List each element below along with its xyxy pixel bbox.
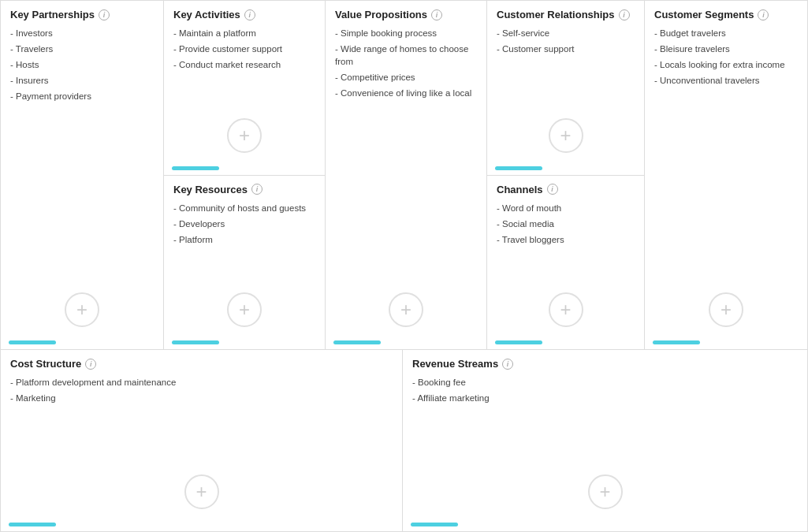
revenue-streams-label: Revenue Streams [412, 358, 498, 370]
key-resources-title: Key Resources i [173, 184, 315, 195]
key-partnerships-info-icon[interactable]: i [99, 9, 110, 20]
list-item: Conduct market research [173, 58, 315, 71]
list-item: Insurers [10, 74, 154, 87]
top-section: Key Partnerships i Investors Travelers H… [1, 1, 807, 350]
list-item: Platform [173, 233, 315, 246]
list-item: Hosts [10, 58, 154, 71]
cost-structure-info-icon[interactable]: i [85, 359, 96, 370]
value-propositions-list: Simple booking process Wide range of hom… [335, 27, 477, 102]
key-partnerships-list: Investors Travelers Hosts Insurers Payme… [10, 27, 154, 106]
bottom-section: Cost Structure i Platform development an… [1, 350, 807, 531]
key-activities-title: Key Activities i [173, 9, 315, 20]
customer-relationships-cell: Customer Relationships i Self-service Cu… [487, 1, 644, 176]
cr-channels-column: Customer Relationships i Self-service Cu… [487, 1, 645, 349]
key-activities-info-icon[interactable]: i [244, 9, 255, 20]
list-item: Social media [497, 218, 635, 230]
list-item: Locals looking for extra income [654, 58, 798, 71]
customer-relationships-label: Customer Relationships [497, 9, 615, 20]
revenue-streams-add-button[interactable]: + [588, 474, 623, 509]
list-item: Provide customer support [173, 43, 315, 55]
customer-segments-bar [653, 340, 700, 344]
value-propositions-add-button[interactable]: + [389, 292, 423, 327]
customer-relationships-list: Self-service Customer support [497, 27, 635, 55]
key-resources-list: Community of hosts and guests Developers… [173, 202, 315, 246]
revenue-streams-bar [411, 523, 458, 526]
list-item: Wide range of homes to choose from [335, 43, 477, 68]
revenue-streams-title: Revenue Streams i [412, 358, 798, 370]
list-item: Self-service [497, 27, 635, 39]
customer-relationships-bar [495, 166, 542, 170]
value-propositions-bar [333, 340, 381, 344]
key-activities-bar [172, 166, 219, 170]
key-partnerships-title: Key Partnerships i [10, 9, 154, 20]
key-resources-label: Key Resources [173, 184, 248, 195]
list-item: Customer support [497, 43, 635, 55]
customer-segments-label: Customer Segments [654, 9, 754, 20]
list-item: Competitive prices [335, 71, 477, 84]
key-resources-info-icon[interactable]: i [251, 184, 263, 195]
list-item: Investors [10, 27, 154, 39]
value-propositions-title: Value Propositions i [335, 9, 477, 20]
list-item: Convenience of living like a local [335, 87, 477, 99]
cost-structure-list: Platform development and maintenance Mar… [10, 376, 393, 407]
list-item: Bleisure travelers [654, 43, 798, 55]
customer-segments-title: Customer Segments i [654, 9, 798, 20]
list-item: Travel bloggers [497, 233, 635, 246]
list-item: Platform development and maintenance [10, 376, 393, 389]
list-item: Maintain a platform [173, 27, 315, 39]
customer-relationships-title: Customer Relationships i [497, 9, 635, 20]
customer-segments-info-icon[interactable]: i [758, 9, 769, 20]
key-resources-add-button[interactable]: + [227, 292, 262, 327]
customer-relationships-info-icon[interactable]: i [619, 9, 630, 20]
business-model-canvas: Key Partnerships i Investors Travelers H… [0, 0, 808, 532]
cost-structure-add-button[interactable]: + [184, 474, 219, 509]
list-item: Budget travelers [654, 27, 798, 39]
list-item: Travelers [10, 43, 154, 55]
value-propositions-cell: Value Propositions i Simple booking proc… [326, 1, 487, 349]
cost-structure-label: Cost Structure [10, 358, 81, 370]
key-partnerships-bar [9, 340, 56, 344]
list-item: Simple booking process [335, 27, 477, 39]
customer-relationships-add-button[interactable]: + [549, 118, 583, 153]
list-item: Developers [173, 218, 315, 230]
key-resources-bar [172, 340, 219, 344]
revenue-streams-info-icon[interactable]: i [502, 359, 513, 370]
list-item: Community of hosts and guests [173, 202, 315, 214]
key-activities-list: Maintain a platform Provide customer sup… [173, 27, 315, 71]
customer-segments-add-button[interactable]: + [709, 292, 743, 327]
cost-structure-bar [9, 523, 56, 526]
list-item: Marketing [10, 392, 393, 404]
channels-title: Channels i [497, 184, 635, 195]
channels-info-icon[interactable]: i [547, 184, 558, 195]
channels-cell: Channels i Word of mouth Social media Tr… [487, 176, 644, 350]
list-item: Payment providers [10, 90, 154, 102]
customer-segments-cell: Customer Segments i Budget travelers Ble… [645, 1, 807, 349]
cost-structure-cell: Cost Structure i Platform development an… [1, 350, 403, 531]
channels-list: Word of mouth Social media Travel blogge… [497, 202, 635, 246]
value-propositions-info-icon[interactable]: i [431, 9, 442, 20]
key-activities-label: Key Activities [173, 9, 240, 20]
channels-label: Channels [497, 184, 543, 195]
list-item: Affiliate marketing [412, 392, 798, 404]
channels-add-button[interactable]: + [549, 292, 583, 327]
key-partnerships-label: Key Partnerships [10, 9, 95, 20]
channels-bar [495, 340, 542, 344]
key-resources-cell: Key Resources i Community of hosts and g… [164, 176, 325, 350]
revenue-streams-cell: Revenue Streams i Booking fee Affiliate … [403, 350, 807, 531]
key-partnerships-add-button[interactable]: + [65, 292, 99, 327]
middle-column: Key Activities i Maintain a platform Pro… [164, 1, 326, 349]
list-item: Unconventional travelers [654, 74, 798, 87]
customer-segments-list: Budget travelers Bleisure travelers Loca… [654, 27, 798, 90]
key-activities-cell: Key Activities i Maintain a platform Pro… [164, 1, 325, 176]
list-item: Booking fee [412, 376, 798, 389]
key-activities-add-button[interactable]: + [227, 118, 262, 153]
cost-structure-title: Cost Structure i [10, 358, 393, 370]
list-item: Word of mouth [497, 202, 635, 214]
revenue-streams-list: Booking fee Affiliate marketing [412, 376, 798, 407]
key-partnerships-cell: Key Partnerships i Investors Travelers H… [1, 1, 164, 349]
value-propositions-label: Value Propositions [335, 9, 427, 20]
